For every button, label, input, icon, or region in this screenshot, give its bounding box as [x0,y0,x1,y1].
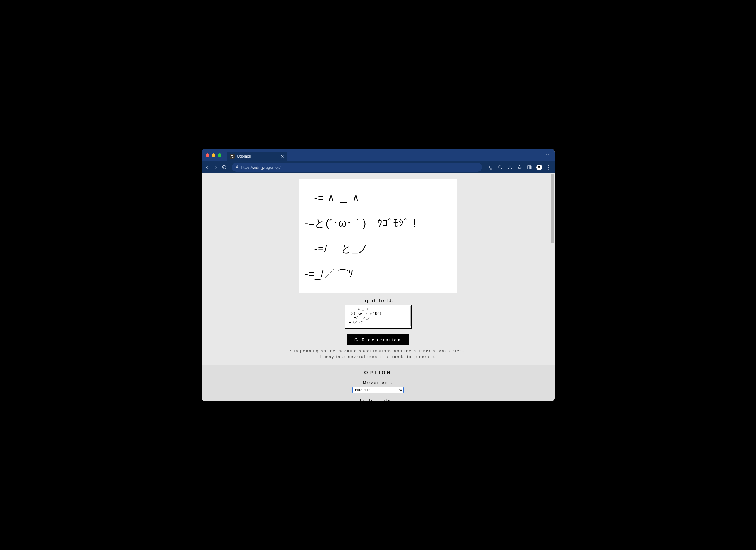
letter-color-label: Letter color: [360,398,396,401]
scrollbar-thumb[interactable] [551,174,554,243]
back-button[interactable] [205,164,210,170]
forward-button[interactable] [213,164,218,170]
option-section: OPTION Movement: bure bure Letter color: [202,365,555,401]
toolbar: https://aidn.jp/ugomoji/ X [202,161,555,173]
reload-button[interactable] [221,164,227,170]
preview-canvas: -= ∧ ＿ ∧ -=と(´･ω･｀) ｳｺﾞﾓｼﾞ！ -=/ と_ノ -=_/… [299,179,457,294]
canvas-line: -=と(´･ω･｀) ｳｺﾞﾓｼﾞ！ [305,217,451,229]
favicon-icon [230,154,235,159]
close-window-button[interactable] [206,153,209,157]
browser-tab[interactable]: Ugomoji ✕ [227,151,287,161]
url-text: https://aidn.jp/ugomoji/ [241,165,281,170]
maximize-window-button[interactable] [218,153,221,157]
input-wrap [345,305,412,329]
close-tab-button[interactable]: ✕ [281,154,284,159]
movement-label: Movement: [363,380,393,385]
browser-window: Ugomoji ✕ + https://aidn.jp/ugomoji/ [202,149,555,401]
profile-avatar[interactable]: X [536,164,542,170]
movement-select[interactable]: bure bure [352,387,404,393]
option-heading: OPTION [364,370,392,376]
menu-button[interactable] [546,164,552,170]
star-icon[interactable] [517,164,523,170]
page[interactable]: -= ∧ ＿ ∧ -=と(´･ω･｀) ｳｺﾞﾓｼﾞ！ -=/ と_ノ -=_/… [202,173,555,401]
minimize-window-button[interactable] [212,153,215,157]
generation-note: * Depending on the machine specification… [290,348,466,360]
new-tab-button[interactable]: + [291,152,295,158]
tab-bar: Ugomoji ✕ + [202,149,555,161]
viewport: -= ∧ ＿ ∧ -=と(´･ω･｀) ｳｺﾞﾓｼﾞ！ -=/ と_ノ -=_/… [202,173,555,401]
share-icon[interactable] [507,164,513,170]
scrollbar[interactable] [550,174,554,401]
zoom-icon[interactable] [498,164,503,170]
toolbar-actions: X [488,164,552,170]
window-controls [206,153,221,157]
canvas-line: -=/ と_ノ [305,243,451,254]
translate-icon[interactable] [488,164,494,170]
lock-icon [235,165,239,170]
tabs-dropdown-button[interactable] [545,152,550,158]
input-label: Input field: [361,298,395,303]
canvas-line: -= ∧ ＿ ∧ [305,192,451,204]
svg-rect-2 [530,165,531,169]
address-bar[interactable]: https://aidn.jp/ugomoji/ [232,163,482,172]
side-panel-icon[interactable] [527,164,532,170]
tab-title: Ugomoji [237,154,278,158]
canvas-line: -=_/／ ⌒ｿ [305,268,451,280]
gif-generation-button[interactable]: GIF generation [347,334,409,345]
text-input[interactable] [346,306,411,326]
